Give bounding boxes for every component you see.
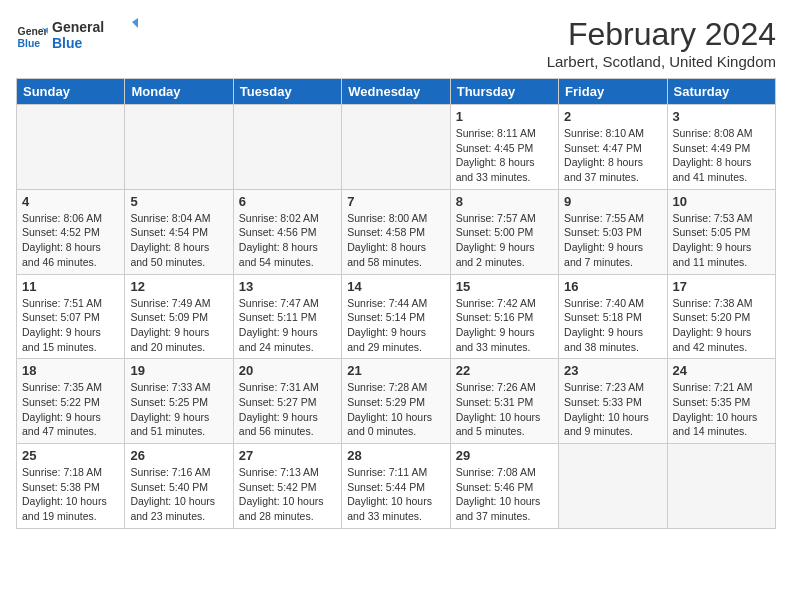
day-number: 9 <box>564 194 661 209</box>
calendar-cell: 11Sunrise: 7:51 AM Sunset: 5:07 PM Dayli… <box>17 274 125 359</box>
day-number: 12 <box>130 279 227 294</box>
calendar-cell: 13Sunrise: 7:47 AM Sunset: 5:11 PM Dayli… <box>233 274 341 359</box>
day-number: 21 <box>347 363 444 378</box>
day-info: Sunrise: 7:31 AM Sunset: 5:27 PM Dayligh… <box>239 380 336 439</box>
day-number: 2 <box>564 109 661 124</box>
calendar-cell <box>125 105 233 190</box>
day-number: 15 <box>456 279 553 294</box>
calendar-cell: 7Sunrise: 8:00 AM Sunset: 4:58 PM Daylig… <box>342 189 450 274</box>
day-info: Sunrise: 7:21 AM Sunset: 5:35 PM Dayligh… <box>673 380 770 439</box>
day-number: 29 <box>456 448 553 463</box>
svg-text:General: General <box>18 26 48 37</box>
day-info: Sunrise: 8:00 AM Sunset: 4:58 PM Dayligh… <box>347 211 444 270</box>
calendar-cell: 29Sunrise: 7:08 AM Sunset: 5:46 PM Dayli… <box>450 444 558 529</box>
day-header-tuesday: Tuesday <box>233 79 341 105</box>
calendar-cell: 26Sunrise: 7:16 AM Sunset: 5:40 PM Dayli… <box>125 444 233 529</box>
calendar-cell <box>17 105 125 190</box>
calendar-cell: 16Sunrise: 7:40 AM Sunset: 5:18 PM Dayli… <box>559 274 667 359</box>
day-number: 27 <box>239 448 336 463</box>
day-info: Sunrise: 7:26 AM Sunset: 5:31 PM Dayligh… <box>456 380 553 439</box>
calendar-cell: 2Sunrise: 8:10 AM Sunset: 4:47 PM Daylig… <box>559 105 667 190</box>
logo-svg: General Blue <box>52 16 142 54</box>
day-number: 3 <box>673 109 770 124</box>
day-header-wednesday: Wednesday <box>342 79 450 105</box>
day-info: Sunrise: 8:06 AM Sunset: 4:52 PM Dayligh… <box>22 211 119 270</box>
logo-icon: General Blue <box>16 21 48 53</box>
svg-text:General: General <box>52 19 104 35</box>
calendar-cell: 19Sunrise: 7:33 AM Sunset: 5:25 PM Dayli… <box>125 359 233 444</box>
day-info: Sunrise: 7:13 AM Sunset: 5:42 PM Dayligh… <box>239 465 336 524</box>
day-number: 11 <box>22 279 119 294</box>
day-info: Sunrise: 8:11 AM Sunset: 4:45 PM Dayligh… <box>456 126 553 185</box>
day-number: 5 <box>130 194 227 209</box>
day-info: Sunrise: 7:44 AM Sunset: 5:14 PM Dayligh… <box>347 296 444 355</box>
day-header-monday: Monday <box>125 79 233 105</box>
calendar-cell: 4Sunrise: 8:06 AM Sunset: 4:52 PM Daylig… <box>17 189 125 274</box>
day-info: Sunrise: 7:08 AM Sunset: 5:46 PM Dayligh… <box>456 465 553 524</box>
calendar-cell <box>233 105 341 190</box>
calendar-cell: 6Sunrise: 8:02 AM Sunset: 4:56 PM Daylig… <box>233 189 341 274</box>
day-number: 6 <box>239 194 336 209</box>
day-number: 26 <box>130 448 227 463</box>
day-number: 8 <box>456 194 553 209</box>
day-info: Sunrise: 7:28 AM Sunset: 5:29 PM Dayligh… <box>347 380 444 439</box>
day-number: 22 <box>456 363 553 378</box>
calendar-cell <box>342 105 450 190</box>
day-number: 16 <box>564 279 661 294</box>
day-info: Sunrise: 8:04 AM Sunset: 4:54 PM Dayligh… <box>130 211 227 270</box>
day-number: 18 <box>22 363 119 378</box>
day-info: Sunrise: 7:18 AM Sunset: 5:38 PM Dayligh… <box>22 465 119 524</box>
calendar-cell: 8Sunrise: 7:57 AM Sunset: 5:00 PM Daylig… <box>450 189 558 274</box>
week-row-3: 11Sunrise: 7:51 AM Sunset: 5:07 PM Dayli… <box>17 274 776 359</box>
week-row-4: 18Sunrise: 7:35 AM Sunset: 5:22 PM Dayli… <box>17 359 776 444</box>
day-header-sunday: Sunday <box>17 79 125 105</box>
calendar-cell: 10Sunrise: 7:53 AM Sunset: 5:05 PM Dayli… <box>667 189 775 274</box>
calendar-cell: 25Sunrise: 7:18 AM Sunset: 5:38 PM Dayli… <box>17 444 125 529</box>
day-info: Sunrise: 7:33 AM Sunset: 5:25 PM Dayligh… <box>130 380 227 439</box>
day-info: Sunrise: 7:51 AM Sunset: 5:07 PM Dayligh… <box>22 296 119 355</box>
calendar-cell: 9Sunrise: 7:55 AM Sunset: 5:03 PM Daylig… <box>559 189 667 274</box>
day-info: Sunrise: 7:40 AM Sunset: 5:18 PM Dayligh… <box>564 296 661 355</box>
day-number: 4 <box>22 194 119 209</box>
calendar-cell: 27Sunrise: 7:13 AM Sunset: 5:42 PM Dayli… <box>233 444 341 529</box>
calendar-cell: 28Sunrise: 7:11 AM Sunset: 5:44 PM Dayli… <box>342 444 450 529</box>
calendar-cell <box>559 444 667 529</box>
day-number: 14 <box>347 279 444 294</box>
day-info: Sunrise: 7:42 AM Sunset: 5:16 PM Dayligh… <box>456 296 553 355</box>
week-row-2: 4Sunrise: 8:06 AM Sunset: 4:52 PM Daylig… <box>17 189 776 274</box>
day-info: Sunrise: 7:38 AM Sunset: 5:20 PM Dayligh… <box>673 296 770 355</box>
svg-text:Blue: Blue <box>18 38 41 49</box>
day-info: Sunrise: 7:35 AM Sunset: 5:22 PM Dayligh… <box>22 380 119 439</box>
day-number: 19 <box>130 363 227 378</box>
day-header-saturday: Saturday <box>667 79 775 105</box>
calendar-cell: 12Sunrise: 7:49 AM Sunset: 5:09 PM Dayli… <box>125 274 233 359</box>
title-block: February 2024 Larbert, Scotland, United … <box>547 16 776 70</box>
day-number: 7 <box>347 194 444 209</box>
calendar-header-row: SundayMondayTuesdayWednesdayThursdayFrid… <box>17 79 776 105</box>
calendar-cell: 24Sunrise: 7:21 AM Sunset: 5:35 PM Dayli… <box>667 359 775 444</box>
week-row-1: 1Sunrise: 8:11 AM Sunset: 4:45 PM Daylig… <box>17 105 776 190</box>
day-info: Sunrise: 7:16 AM Sunset: 5:40 PM Dayligh… <box>130 465 227 524</box>
calendar-subtitle: Larbert, Scotland, United Kingdom <box>547 53 776 70</box>
page-header: General Blue General Blue February 2024 … <box>16 16 776 70</box>
calendar-cell: 5Sunrise: 8:04 AM Sunset: 4:54 PM Daylig… <box>125 189 233 274</box>
svg-text:Blue: Blue <box>52 35 83 51</box>
day-number: 13 <box>239 279 336 294</box>
day-info: Sunrise: 7:55 AM Sunset: 5:03 PM Dayligh… <box>564 211 661 270</box>
day-header-friday: Friday <box>559 79 667 105</box>
day-info: Sunrise: 8:02 AM Sunset: 4:56 PM Dayligh… <box>239 211 336 270</box>
calendar-cell: 1Sunrise: 8:11 AM Sunset: 4:45 PM Daylig… <box>450 105 558 190</box>
calendar-cell: 22Sunrise: 7:26 AM Sunset: 5:31 PM Dayli… <box>450 359 558 444</box>
calendar-cell: 21Sunrise: 7:28 AM Sunset: 5:29 PM Dayli… <box>342 359 450 444</box>
svg-marker-6 <box>132 18 138 28</box>
day-number: 23 <box>564 363 661 378</box>
calendar-title: February 2024 <box>547 16 776 53</box>
day-info: Sunrise: 7:53 AM Sunset: 5:05 PM Dayligh… <box>673 211 770 270</box>
day-info: Sunrise: 7:49 AM Sunset: 5:09 PM Dayligh… <box>130 296 227 355</box>
day-number: 24 <box>673 363 770 378</box>
day-number: 28 <box>347 448 444 463</box>
calendar-cell: 17Sunrise: 7:38 AM Sunset: 5:20 PM Dayli… <box>667 274 775 359</box>
calendar-cell <box>667 444 775 529</box>
day-number: 17 <box>673 279 770 294</box>
day-info: Sunrise: 7:11 AM Sunset: 5:44 PM Dayligh… <box>347 465 444 524</box>
